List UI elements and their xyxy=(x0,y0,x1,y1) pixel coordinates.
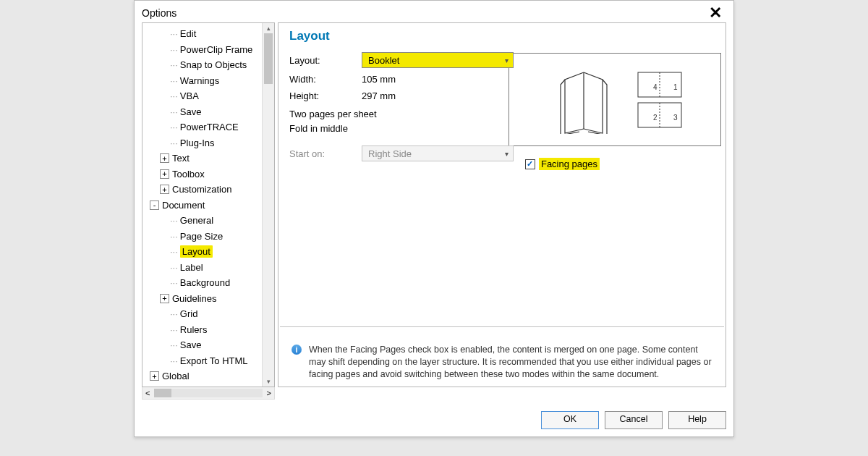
h-scrollbar[interactable]: < > xyxy=(142,387,275,400)
tree-item[interactable]: +Customization xyxy=(147,182,273,198)
info-icon: i xyxy=(292,345,302,355)
tree-item-label: Text xyxy=(172,153,190,164)
tree-branch-icon: ··· xyxy=(170,106,178,117)
divider xyxy=(280,326,724,327)
facing-pages-checkbox[interactable]: ✓ xyxy=(525,159,535,169)
tree-item[interactable]: +Text xyxy=(147,151,273,166)
info-text: When the Facing Pages check box is enabl… xyxy=(309,344,714,381)
tree-item-label: VBA xyxy=(180,90,199,101)
scroll-thumb[interactable] xyxy=(264,33,273,84)
starton-dropdown: Right Side ▾ xyxy=(362,145,514,161)
tree-item-label: General xyxy=(180,215,213,226)
tree-item[interactable]: ···VBA xyxy=(147,88,273,104)
tree-item-label: Export To HTML xyxy=(180,355,248,366)
tree-item-label: Snap to Objects xyxy=(180,59,247,70)
tree-item[interactable]: ···Label xyxy=(147,260,273,276)
tree-item-label: Label xyxy=(180,262,203,273)
v-scrollbar[interactable]: ▴ ▾ xyxy=(262,23,274,387)
tree-branch-icon: ··· xyxy=(170,308,178,319)
svg-text:2: 2 xyxy=(653,114,658,122)
tree-item-label: Page Size xyxy=(180,231,223,242)
width-value: 105 mm xyxy=(362,74,514,85)
chevron-down-icon: ▾ xyxy=(505,56,509,64)
tree-item-label: PowerTRACE xyxy=(180,122,239,132)
layout-dropdown-value: Booklet xyxy=(368,55,505,66)
expand-icon[interactable]: + xyxy=(160,185,169,194)
tree-item[interactable]: ···PowerTRACE xyxy=(147,119,273,135)
svg-text:3: 3 xyxy=(673,114,678,122)
expand-icon[interactable]: + xyxy=(160,294,169,303)
tree-item-label: Global xyxy=(162,371,190,381)
tree-item[interactable]: +Guidelines xyxy=(147,291,273,307)
tree-branch-icon: ··· xyxy=(170,75,178,86)
tree-scroll[interactable]: ···Edit···PowerClip Frame···Snap to Obje… xyxy=(142,22,275,387)
h-scroll-thumb[interactable] xyxy=(154,389,171,397)
info-row: i When the Facing Pages check box is ena… xyxy=(292,339,714,381)
tree-item[interactable]: ···Page Size xyxy=(147,229,273,245)
expand-icon[interactable]: + xyxy=(150,371,159,381)
tree-branch-icon: ··· xyxy=(170,138,178,148)
tree-item[interactable]: ···Layout xyxy=(147,244,273,260)
tree-branch-icon: ··· xyxy=(170,90,178,101)
tree-branch-icon: ··· xyxy=(170,231,178,242)
tree-branch-icon: ··· xyxy=(170,339,178,350)
tree-item-label: Toolbox xyxy=(172,169,205,180)
ok-button[interactable]: OK xyxy=(541,411,599,429)
tree-item[interactable]: ···Background xyxy=(147,275,273,291)
window-title: Options xyxy=(142,7,705,19)
tree-item[interactable]: ···Plug-Ins xyxy=(147,135,273,151)
scroll-down-icon[interactable]: ▾ xyxy=(263,376,274,387)
tree-item-label: Document xyxy=(162,200,205,211)
layout-panel: Layout xyxy=(278,22,726,387)
tree-item[interactable]: ···Save xyxy=(147,337,273,353)
tree-item[interactable]: ···General xyxy=(147,213,273,229)
tree-item[interactable]: +Toolbox xyxy=(147,166,273,182)
tree-item[interactable]: ···Save xyxy=(147,104,273,120)
layout-label: Layout: xyxy=(289,55,356,66)
tree-item-label: Layout xyxy=(180,245,213,258)
tree-item[interactable]: ···Edit xyxy=(147,26,273,42)
tree-item[interactable]: ···Export To HTML xyxy=(147,353,273,369)
height-value: 297 mm xyxy=(362,90,514,101)
tree-item[interactable]: ···Snap to Objects xyxy=(147,57,273,73)
tree-branch-icon: ··· xyxy=(170,324,178,335)
tree-branch-icon: ··· xyxy=(170,122,178,132)
tree-item[interactable]: ···Warnings xyxy=(147,73,273,89)
cancel-button[interactable]: Cancel xyxy=(605,411,663,429)
starton-value: Right Side xyxy=(368,148,505,159)
help-button[interactable]: Help xyxy=(668,411,726,429)
chevron-down-icon: ▾ xyxy=(505,150,509,158)
tree-item-label: Background xyxy=(180,277,230,288)
tree-branch-icon: ··· xyxy=(170,262,178,273)
tree-branch-icon: ··· xyxy=(170,355,178,366)
layout-dropdown[interactable]: Booklet ▾ xyxy=(362,52,514,68)
tree-item-label: Guidelines xyxy=(172,293,216,304)
tree-branch-icon: ··· xyxy=(170,277,178,288)
expand-icon[interactable]: + xyxy=(160,169,169,179)
options-dialog: Options ✕ ···Edit···PowerClip Frame···Sn… xyxy=(134,0,734,437)
collapse-icon[interactable]: - xyxy=(150,200,159,210)
tree-item-label: Grid xyxy=(180,308,198,319)
tree-item[interactable]: -Document xyxy=(147,198,273,214)
title-bar: Options ✕ xyxy=(135,1,733,22)
tree-item-label: Rulers xyxy=(180,324,208,335)
tree-item[interactable]: +Global xyxy=(147,368,273,384)
scroll-left-icon[interactable]: < xyxy=(145,389,150,397)
tree-item[interactable]: ···Grid xyxy=(147,306,273,322)
tree-container: ···Edit···PowerClip Frame···Snap to Obje… xyxy=(142,22,275,400)
tree-item-label: Save xyxy=(180,106,202,117)
tree-item-label: Customization xyxy=(172,184,231,195)
tree-item-label: Plug-Ins xyxy=(180,138,215,148)
close-icon[interactable]: ✕ xyxy=(705,5,726,21)
scroll-up-icon[interactable]: ▴ xyxy=(263,23,274,33)
tree-item[interactable]: ···Rulers xyxy=(147,322,273,338)
tree-item-label: Warnings xyxy=(180,75,219,86)
width-label: Width: xyxy=(289,74,356,85)
tree-item[interactable]: ···PowerClip Frame xyxy=(147,42,273,58)
tree-branch-icon: ··· xyxy=(170,44,178,55)
facing-pages-row[interactable]: ✓ Facing pages xyxy=(525,158,600,170)
tree-item-label: PowerClip Frame xyxy=(180,44,252,55)
scroll-right-icon[interactable]: > xyxy=(267,389,271,397)
panel-heading: Layout xyxy=(289,29,714,43)
expand-icon[interactable]: + xyxy=(160,153,169,163)
